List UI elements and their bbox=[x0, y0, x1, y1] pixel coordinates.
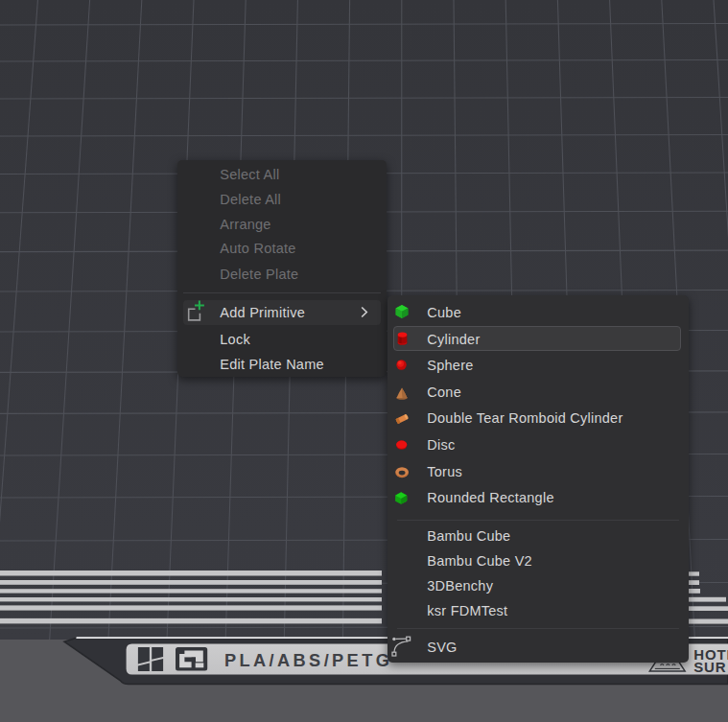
svg-text:PLA/ABS/PETG: PLA/ABS/PETG bbox=[224, 651, 392, 670]
svg-text:SUR: SUR bbox=[693, 659, 726, 675]
